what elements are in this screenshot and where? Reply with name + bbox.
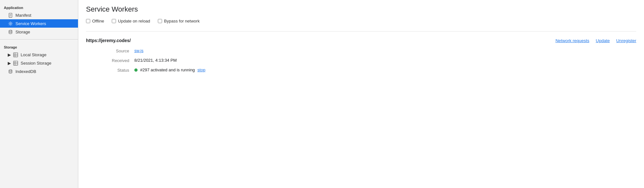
sidebar-item-service-workers[interactable]: Service Workers [0, 19, 78, 28]
table-icon-session [13, 60, 18, 66]
page-title: Service Workers [86, 5, 636, 13]
update-on-reload-checkbox-label[interactable]: Update on reload [112, 19, 150, 23]
svg-rect-10 [13, 61, 17, 65]
update-on-reload-checkbox[interactable] [112, 19, 116, 23]
svg-rect-6 [13, 52, 17, 57]
source-value: sw.js [134, 48, 143, 53]
gear-icon [8, 21, 13, 26]
svg-point-4 [10, 23, 11, 24]
sidebar-item-manifest[interactable]: Manifest [0, 11, 78, 19]
stop-link[interactable]: stop [197, 67, 206, 72]
svg-point-14 [9, 69, 12, 71]
network-requests-link[interactable]: Network requests [555, 38, 589, 43]
database-icon [8, 29, 13, 34]
sidebar-item-session-storage[interactable]: ▶ Session Storage [0, 59, 78, 67]
update-link[interactable]: Update [596, 38, 610, 43]
sidebar-item-indexed-db-label: IndexedDB [15, 69, 36, 74]
received-label: Received [112, 58, 134, 63]
source-link[interactable]: sw.js [134, 48, 143, 53]
sidebar-item-local-storage-label: Local Storage [21, 52, 46, 57]
offline-checkbox-label[interactable]: Offline [86, 19, 104, 23]
sidebar-item-indexed-db[interactable]: IndexedDB [0, 67, 78, 76]
status-label: Status [112, 67, 134, 73]
storage-section-title: Storage [0, 43, 78, 50]
status-dot [134, 68, 138, 72]
sidebar: Application Manifest Service Workers [0, 0, 78, 188]
offline-checkbox[interactable] [86, 19, 90, 23]
table-icon-local [13, 52, 18, 57]
db-icon-indexed [8, 69, 13, 74]
sidebar-divider [0, 39, 78, 40]
sidebar-item-service-workers-label: Service Workers [15, 21, 46, 26]
worker-row: https://jeremy.codes/ Network requests U… [86, 38, 636, 43]
application-section-title: Application [0, 3, 78, 11]
bypass-for-network-checkbox[interactable] [158, 19, 162, 23]
received-value: 8/21/2021, 4:13:34 PM [134, 58, 177, 63]
worker-details: Source sw.js Received 8/21/2021, 4:13:34… [86, 48, 636, 73]
expand-arrow-local: ▶ [8, 52, 10, 57]
main-content: Service Workers Offline Update on reload… [78, 0, 644, 188]
content-divider [86, 31, 636, 31]
bypass-for-network-checkbox-label[interactable]: Bypass for network [158, 19, 200, 23]
status-text: #297 activated and is running [140, 67, 195, 72]
source-row: Source sw.js [112, 48, 636, 53]
checkboxes-row: Offline Update on reload Bypass for netw… [86, 19, 636, 23]
status-value: #297 activated and is running stop [134, 67, 205, 72]
sidebar-item-manifest-label: Manifest [15, 13, 31, 18]
sidebar-item-storage-label: Storage [15, 30, 30, 34]
sidebar-item-session-storage-label: Session Storage [21, 61, 51, 66]
worker-url: https://jeremy.codes/ [86, 38, 131, 43]
doc-icon [8, 13, 13, 18]
sidebar-item-storage-app[interactable]: Storage [0, 28, 78, 36]
unregister-link[interactable]: Unregister [616, 38, 636, 43]
source-label: Source [112, 48, 134, 53]
sidebar-item-local-storage[interactable]: ▶ Local Storage [0, 50, 78, 59]
svg-point-5 [9, 30, 12, 31]
status-row: Status #297 activated and is running sto… [112, 67, 636, 73]
offline-label: Offline [92, 19, 104, 23]
bypass-for-network-label: Bypass for network [164, 19, 200, 23]
update-on-reload-label: Update on reload [118, 19, 150, 23]
received-row: Received 8/21/2021, 4:13:34 PM [112, 58, 636, 63]
worker-actions: Network requests Update Unregister [555, 38, 636, 43]
expand-arrow-session: ▶ [8, 61, 10, 66]
